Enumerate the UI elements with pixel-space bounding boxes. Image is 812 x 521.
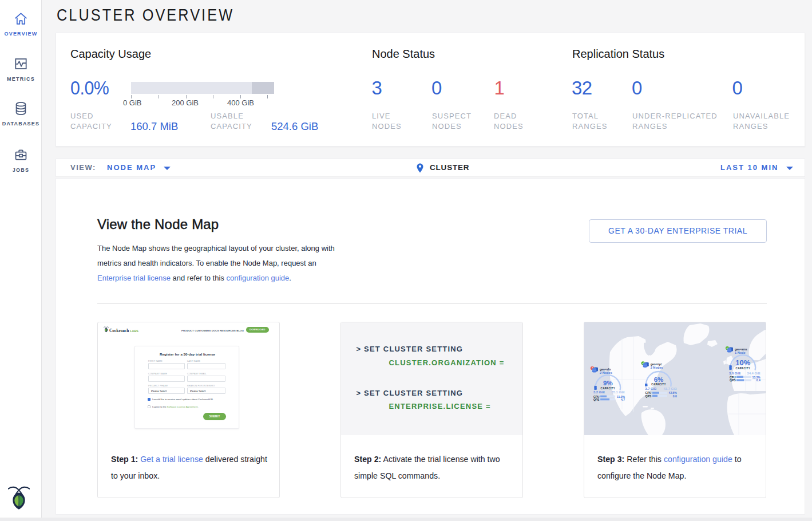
svg-text:3.6 GiB: 3.6 GiB <box>729 372 740 375</box>
svg-text:0.0: 0.0 <box>673 394 677 398</box>
svg-text:QPS: QPS <box>593 398 600 401</box>
svg-text:6%: 6% <box>654 376 664 383</box>
svg-text:4.7: 4.7 <box>621 398 625 401</box>
svg-text:2 Nodes: 2 Nodes <box>651 366 663 369</box>
svg-text:9%: 9% <box>603 380 613 386</box>
svg-text:geo=nyc: geo=nyc <box>651 362 663 366</box>
svg-text:2 Nodes: 2 Nodes <box>600 371 612 374</box>
svg-text:CAPACITY: CAPACITY <box>736 367 751 370</box>
svg-text:QPS: QPS <box>645 394 652 398</box>
svg-text:1 Node: 1 Node <box>735 351 746 354</box>
svg-text:3.2 GiB: 3.2 GiB <box>593 390 605 394</box>
svg-text:35.1 GiB: 35.1 GiB <box>611 390 624 394</box>
svg-text:0.4: 0.4 <box>756 378 760 382</box>
svg-text:10%: 10% <box>735 358 750 367</box>
svg-text:CAPACITY: CAPACITY <box>601 387 616 390</box>
svg-text:3.7 GiB: 3.7 GiB <box>645 387 656 390</box>
svg-text:geo=sfo: geo=sfo <box>600 368 611 371</box>
svg-text:geo=ams: geo=ams <box>735 348 747 351</box>
svg-text:CAPACITY: CAPACITY <box>651 383 666 386</box>
svg-text:43.7 GiB: 43.7 GiB <box>664 387 677 390</box>
svg-text:QPS: QPS <box>730 378 736 382</box>
svg-text:34.4 GiB: 34.4 GiB <box>747 372 760 375</box>
